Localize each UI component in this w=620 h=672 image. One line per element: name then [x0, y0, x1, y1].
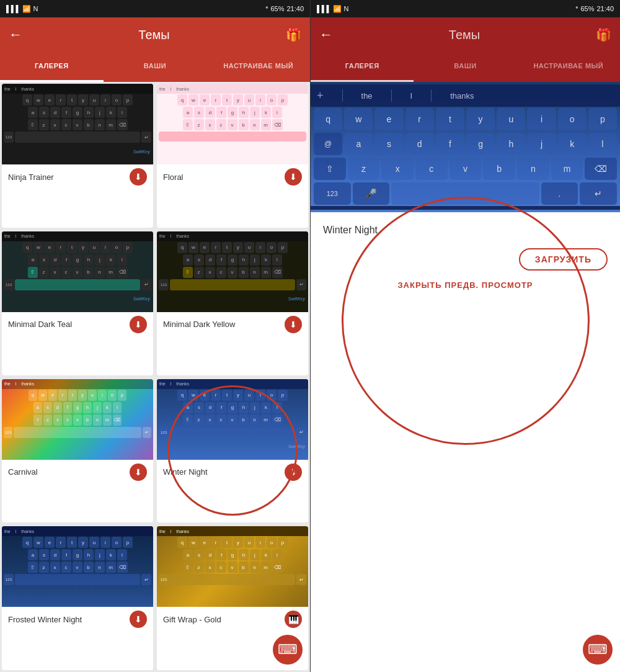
preview-theme-name: Winter Night — [323, 225, 608, 236]
gift-download[interactable]: 🎹 — [285, 611, 302, 628]
kb-s[interactable]: s — [374, 133, 403, 155]
kb-enter[interactable]: ↵ — [580, 182, 617, 205]
kb-backspace[interactable]: ⌫ — [585, 158, 617, 180]
winter-download[interactable]: ⬇ — [285, 464, 302, 481]
theme-card-ninja-trainer[interactable]: thelthanks qwertyuiop asdfghjkl ⇧zxcvbnm… — [2, 84, 153, 228]
kb-a[interactable]: a — [344, 133, 373, 155]
left-back-button[interactable]: ← — [9, 27, 22, 43]
theme-card-minimal-dark-yellow[interactable]: thelthanks qwertyuiop asdfghjkl ⇧zxcvbnm… — [157, 231, 308, 375]
signal-icon: ▌▌▌ — [6, 5, 20, 12]
floral-name: Floral — [163, 172, 184, 182]
teal-footer: Minimal Dark Teal ⬇ — [2, 312, 153, 337]
right-tab-customize[interactable]: НАСТРАИВАЕ МЫЙ — [517, 52, 620, 82]
kb-space[interactable] — [391, 182, 539, 205]
kb-row-3: ⇧ z x c v b n m ⌫ — [311, 156, 620, 181]
winter-preview: thelthanks qwertyuiop asdfghjkl ⇧zxcvbnm… — [157, 379, 308, 460]
preview-close-button[interactable]: ЗАКРЫТЬ ПРЕДВ. ПРОСМОТР — [323, 280, 608, 290]
right-content-area: thelthanks qwertyuiop asdfghjkl Ninja Tr… — [311, 82, 620, 672]
gift-footer: Gift Wrap - Gold 🎹 — [157, 607, 308, 632]
kb-z[interactable]: z — [348, 158, 380, 180]
n-icon: N — [33, 5, 38, 12]
left-tab-gallery[interactable]: ГАЛЕРЕЯ — [0, 52, 104, 82]
kb-u[interactable]: u — [497, 108, 525, 130]
kb-m[interactable]: m — [551, 158, 583, 180]
theme-card-floral[interactable]: thelthanks qwertyuiop asdfghjkl ⇧zxcvbnm… — [157, 84, 308, 228]
left-tabs: ГАЛЕРЕЯ ВАШИ НАСТРАИВАЕ МЫЙ — [0, 52, 310, 82]
theme-card-winter-night[interactable]: thelthanks qwertyuiop asdfghjkl ⇧zxcvbnm… — [157, 379, 308, 523]
left-tab-customize[interactable]: НАСТРАИВАЕ МЫЙ — [206, 52, 310, 82]
teal-download[interactable]: ⬇ — [130, 316, 147, 333]
kb-w[interactable]: w — [344, 108, 373, 130]
frosted-download[interactable]: ⬇ — [130, 611, 147, 628]
kb-t[interactable]: t — [436, 108, 464, 130]
plus-icon: + — [317, 89, 324, 102]
left-status-right: * 65% 21:40 — [265, 5, 304, 12]
kb-n[interactable]: n — [517, 158, 549, 180]
ninja-footer: Ninja Trainer ⬇ — [2, 164, 153, 189]
carnival-download[interactable]: ⬇ — [130, 464, 147, 481]
right-tab-gallery[interactable]: ГАЛЕРЕЯ — [311, 52, 414, 82]
kb-x[interactable]: x — [381, 158, 414, 180]
time-text: 21:40 — [286, 5, 304, 12]
kb-b[interactable]: b — [483, 158, 515, 180]
right-gift-icon[interactable]: 🎁 — [596, 27, 611, 42]
sug-divider-1 — [342, 89, 343, 102]
yellow-preview: thelthanks qwertyuiop asdfghjkl ⇧zxcvbnm… — [157, 231, 308, 312]
right-back-button[interactable]: ← — [319, 27, 333, 43]
bluetooth-icon: * — [265, 5, 268, 12]
carnival-preview: thelthanks qwertyuiop asdfghjkl ⇧zxcvbnm… — [2, 379, 153, 460]
keyboard-icon-button[interactable]: ⌨ — [273, 635, 303, 665]
right-n-icon: N — [343, 5, 348, 12]
gift-name: Gift Wrap - Gold — [163, 615, 221, 624]
right-wifi-icon: 📶 — [333, 5, 342, 13]
kb-d[interactable]: d — [405, 133, 434, 155]
kb-l[interactable]: l — [588, 133, 617, 155]
suggestion-the: the — [361, 91, 373, 101]
ninja-download[interactable]: ⬇ — [130, 168, 147, 186]
floral-preview: thelthanks qwertyuiop asdfghjkl ⇧zxcvbnm… — [157, 84, 308, 164]
kb-123[interactable]: 123 — [314, 182, 351, 205]
right-status-right: * 65% 21:40 — [575, 5, 614, 12]
kb-row-4: 123 🎤 . ↵ — [311, 181, 620, 206]
left-themes-grid: thelthanks qwertyuiop asdfghjkl ⇧zxcvbnm… — [0, 82, 310, 672]
kb-v[interactable]: v — [450, 158, 482, 180]
kb-f[interactable]: f — [436, 133, 464, 155]
preview-overlay: + the I thanks q w e r t y u — [311, 82, 620, 672]
right-status-bar: ▌▌▌ 📶 N * 65% 21:40 — [311, 0, 620, 17]
left-panel: ▌▌▌ 📶 N * 65% 21:40 ← Темы 🎁 ГАЛЕРЕЯ ВАШ… — [0, 0, 310, 672]
ninja-preview: thelthanks qwertyuiop asdfghjkl ⇧zxcvbnm… — [2, 84, 153, 164]
kb-h[interactable]: h — [497, 133, 525, 155]
kb-mic[interactable]: 🎤 — [353, 182, 390, 205]
kb-shift[interactable]: ⇧ — [314, 158, 346, 180]
floral-download[interactable]: ⬇ — [285, 168, 302, 186]
kb-dot[interactable]: . — [541, 182, 578, 205]
theme-card-minimal-dark-teal[interactable]: thelthanks qwertyuiop asdfghjkl ⇧zxcvbnm… — [2, 231, 153, 375]
kb-bottom-pad — [311, 206, 620, 210]
kb-k[interactable]: k — [558, 133, 587, 155]
theme-card-frosted[interactable]: thelthanks qwertyuiop asdfghjkl ⇧zxcvbnm… — [2, 526, 153, 670]
kb-e[interactable]: e — [374, 108, 403, 130]
kb-c[interactable]: c — [415, 158, 448, 180]
kb-q[interactable]: q — [314, 108, 342, 130]
large-keyboard-preview: + the I thanks q w e r t y u — [311, 82, 620, 212]
kb-i[interactable]: i — [527, 108, 556, 130]
theme-card-carnival[interactable]: thelthanks qwertyuiop asdfghjkl ⇧zxcvbnm… — [2, 379, 153, 523]
preview-download-button[interactable]: ЗАГРУЗИТЬ — [519, 248, 608, 271]
kb-y[interactable]: y — [466, 108, 495, 130]
right-keyboard-icon-button[interactable]: ⌨ — [583, 635, 613, 665]
kb-at[interactable]: @ — [314, 133, 342, 155]
right-top-bar: ← Темы 🎁 — [311, 17, 620, 52]
kb-j[interactable]: j — [527, 133, 556, 155]
kb-row-2: @ a s d f g h j k l — [311, 132, 620, 156]
left-tab-yours[interactable]: ВАШИ — [104, 52, 207, 82]
kb-o[interactable]: o — [558, 108, 587, 130]
yellow-download[interactable]: ⬇ — [285, 316, 302, 333]
kb-g[interactable]: g — [466, 133, 495, 155]
right-page-title: Темы — [333, 28, 596, 42]
right-tab-yours[interactable]: ВАШИ — [414, 52, 516, 82]
carnival-footer: Carnival ⬇ — [2, 460, 153, 485]
left-gift-icon[interactable]: 🎁 — [286, 27, 301, 42]
kb-p[interactable]: p — [588, 108, 617, 130]
sug-divider-2 — [391, 89, 392, 102]
kb-r[interactable]: r — [405, 108, 434, 130]
